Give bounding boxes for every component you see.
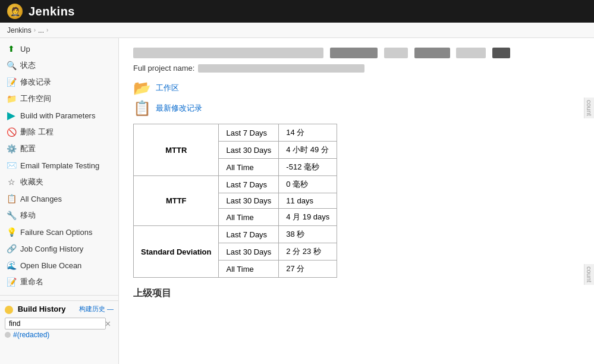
workspace-icon: 📁 xyxy=(6,93,17,104)
sidebar-item-favorites[interactable]: ☆ 收藏夹 xyxy=(0,174,118,190)
stddev-value-3: 27 分 xyxy=(279,261,337,278)
changelog-link-row: 📋 最新修改记录 xyxy=(133,100,580,117)
mttf-header: MTTF xyxy=(134,176,219,226)
workspace-link[interactable]: 工作区 xyxy=(156,83,179,93)
build-with-params-icon: ▶ xyxy=(6,110,17,121)
build-history-title: Build History xyxy=(5,305,66,314)
section-title: 上级项目 xyxy=(133,287,580,300)
breadcrumb-sep1: › xyxy=(34,27,36,33)
sidebar-label-all-changes: All Changes xyxy=(20,194,62,203)
stddev-value-1: 38 秒 xyxy=(279,226,337,243)
jenkins-title: Jenkins xyxy=(29,5,75,18)
stats-table: MTTR Last 7 Days 14 分 Last 30 Days 4 小时 … xyxy=(133,124,337,278)
sidebar-item-failure-scan[interactable]: 💡 Failure Scan Options xyxy=(0,224,118,240)
sidebar-item-move[interactable]: 🔧 移动 xyxy=(0,207,118,224)
build-entry[interactable]: #(redacted) xyxy=(5,330,114,340)
blurred-bar-2 xyxy=(330,48,378,58)
find-input-wrap: ✕ xyxy=(5,318,114,330)
sidebar-item-status[interactable]: 🔍 状态 xyxy=(0,57,118,74)
breadcrumb-current: ... xyxy=(38,26,44,34)
mttr-value-1: 14 分 xyxy=(279,124,337,142)
up-icon: ⬆ xyxy=(6,43,17,54)
find-input-clear[interactable]: ✕ xyxy=(105,319,111,328)
sidebar-label-workspace: 工作空间 xyxy=(20,93,51,104)
sidebar-label-move: 移动 xyxy=(20,210,36,221)
blurred-bar-4 xyxy=(414,48,450,58)
sidebar-item-workspace[interactable]: 📁 工作空间 xyxy=(0,90,118,107)
mttr-value-3: -512 毫秒 xyxy=(279,159,337,176)
breadcrumb: Jenkins › ... › xyxy=(0,23,594,38)
sidebar-label-rename: 重命名 xyxy=(20,277,43,287)
sidebar: ⬆ Up 🔍 状态 📝 修改记录 📁 工作空间 ▶ Build with Par… xyxy=(0,38,119,364)
sidebar-item-up[interactable]: ⬆ Up xyxy=(0,40,118,57)
changes-icon: 📝 xyxy=(6,77,17,87)
table-row: Standard Deviation Last 7 Days 38 秒 xyxy=(134,226,337,243)
build-dot xyxy=(5,332,11,338)
sidebar-item-job-config-history[interactable]: 🔗 Job Config History xyxy=(0,240,118,257)
workspace-folder-icon: 📂 xyxy=(133,80,151,96)
blurred-title-bar xyxy=(133,48,580,60)
stddev-header: Standard Deviation xyxy=(134,226,219,278)
mttf-value-1: 0 毫秒 xyxy=(279,176,337,193)
mttf-period-3: All Time xyxy=(219,209,279,226)
stddev-period-1: Last 7 Days xyxy=(219,226,279,243)
sidebar-label-email-template: Email Template Testing xyxy=(20,161,99,170)
rename-icon: 📝 xyxy=(6,277,17,287)
mttf-value-3: 4 月 19 days xyxy=(279,209,337,226)
sidebar-label-build-with-params: Build with Parameters xyxy=(20,111,95,120)
sidebar-label-config: 配置 xyxy=(20,143,36,154)
find-input[interactable] xyxy=(5,318,106,330)
mttr-period-2: Last 30 Days xyxy=(219,142,279,159)
favorites-icon: ☆ xyxy=(6,177,17,187)
sidebar-label-favorites: 收藏夹 xyxy=(20,177,43,187)
project-name-area: Full project name: xyxy=(133,48,580,73)
sidebar-divider xyxy=(0,295,118,296)
build-history-link[interactable]: 构建历史 — xyxy=(79,305,114,313)
build-history-header: Build History 构建历史 — xyxy=(5,305,114,314)
sidebar-label-up: Up xyxy=(20,45,30,54)
full-project-label: Full project name: xyxy=(133,64,194,73)
count-label-bottom: count xyxy=(584,264,594,285)
stddev-value-2: 2 分 23 秒 xyxy=(279,243,337,261)
content: Full project name: 📂 工作区 📋 最新修改记录 MTTR L… xyxy=(119,38,594,364)
stddev-period-3: All Time xyxy=(219,261,279,278)
mttr-period-3: All Time xyxy=(219,159,279,176)
mttf-period-1: Last 7 Days xyxy=(219,176,279,193)
mttr-value-2: 4 小时 49 分 xyxy=(279,142,337,159)
job-config-history-icon: 🔗 xyxy=(6,243,17,254)
sidebar-item-open-blue-ocean[interactable]: 🌊 Open Blue Ocean xyxy=(0,257,118,274)
delete-icon: 🚫 xyxy=(6,127,17,137)
mttf-period-2: Last 30 Days xyxy=(219,193,279,209)
blurred-bar-3 xyxy=(384,48,408,58)
sidebar-label-open-blue-ocean: Open Blue Ocean xyxy=(20,261,81,270)
breadcrumb-jenkins[interactable]: Jenkins xyxy=(7,26,32,34)
sidebar-label-failure-scan: Failure Scan Options xyxy=(20,228,92,237)
jenkins-logo: 🤵 xyxy=(7,4,23,19)
email-template-icon: ✉️ xyxy=(6,160,17,171)
sidebar-item-email-template[interactable]: ✉️ Email Template Testing xyxy=(0,157,118,174)
workspace-link-row: 📂 工作区 xyxy=(133,80,580,96)
move-icon: 🔧 xyxy=(6,210,17,221)
breadcrumb-sep2: › xyxy=(46,27,48,33)
sidebar-item-rename[interactable]: 📝 重命名 xyxy=(0,274,118,290)
open-blue-ocean-icon: 🌊 xyxy=(6,260,17,271)
mttf-value-2: 11 days xyxy=(279,193,337,209)
sidebar-item-delete[interactable]: 🚫 删除 工程 xyxy=(0,124,118,140)
config-icon: ⚙️ xyxy=(6,143,17,154)
blurred-bar-1 xyxy=(133,48,323,58)
sidebar-label-changes: 修改记录 xyxy=(20,77,51,87)
sidebar-item-build-with-params[interactable]: ▶ Build with Parameters xyxy=(0,107,118,124)
sidebar-item-changes[interactable]: 📝 修改记录 xyxy=(0,74,118,90)
sidebar-label-delete: 删除 工程 xyxy=(20,127,54,137)
changelog-icon: 📋 xyxy=(133,100,151,117)
table-row: MTTR Last 7 Days 14 分 xyxy=(134,124,337,142)
stddev-period-2: Last 30 Days xyxy=(219,243,279,261)
sidebar-item-config[interactable]: ⚙️ 配置 xyxy=(0,140,118,157)
mttr-period-1: Last 7 Days xyxy=(219,124,279,142)
full-project-value xyxy=(198,64,364,73)
sidebar-item-all-changes[interactable]: 📋 All Changes xyxy=(0,190,118,207)
build-history-section: Build History 构建历史 — ✕ #(redacted) xyxy=(0,300,118,344)
changelog-link[interactable]: 最新修改记录 xyxy=(156,103,202,114)
status-icon: 🔍 xyxy=(6,60,17,71)
sidebar-label-job-config-history: Job Config History xyxy=(20,244,83,253)
